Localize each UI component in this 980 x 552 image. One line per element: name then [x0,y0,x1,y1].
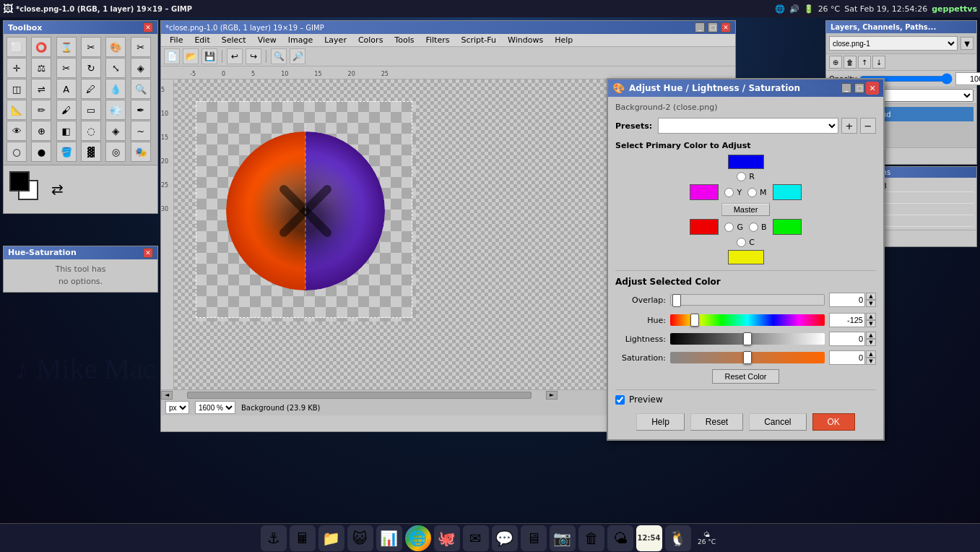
overlap-input[interactable]: 0 [829,293,865,307]
menu-help[interactable]: Help [549,34,578,46]
tool-paintbrush[interactable]: 🖌 [56,100,77,120]
lightness-thumb[interactable] [743,332,752,345]
presets-select[interactable] [658,118,838,134]
toolbar-new[interactable]: 📄 [164,48,180,64]
layers-tool-3[interactable]: ↑ [858,56,871,69]
dock-trash[interactable]: 🗑 [578,525,604,551]
radio-r-label[interactable]: R [737,172,755,181]
presets-del-btn[interactable]: − [860,118,876,134]
hue-input[interactable]: -125 [829,313,865,327]
menu-filters[interactable]: Filters [420,34,455,46]
toolbar-undo[interactable]: ↩ [227,48,243,64]
tool-sharpen[interactable]: ◈ [105,121,126,141]
radio-b[interactable] [749,223,758,232]
menu-image[interactable]: Image [282,34,318,46]
radio-r[interactable] [737,172,746,181]
cancel-btn[interactable]: Cancel [749,413,806,431]
tool-convolve[interactable]: ◎ [105,142,126,162]
reset-color-btn[interactable]: Reset Color [712,369,779,384]
saturation-spin-up[interactable]: ▲ [866,350,876,358]
dialog-minimize-btn[interactable]: _ [841,83,851,93]
dock-linux[interactable]: 🐧 [665,525,691,551]
tool-fuzzy-select[interactable]: ✂ [81,37,101,57]
tool-bucket-fill[interactable]: 🪣 [56,142,77,162]
tool-color-picker[interactable]: 💧 [105,79,126,99]
h-scrollbar-thumb[interactable] [187,392,532,399]
tool-scale[interactable]: ⤡ [105,58,126,78]
tool-align[interactable]: ⚖ [31,58,51,78]
dock-weather[interactable]: 🌤 [607,525,633,551]
tool-rotate[interactable]: ↻ [81,58,101,78]
overlap-spin-up[interactable]: ▲ [866,293,876,300]
preview-checkbox[interactable] [615,395,625,405]
tool-airbrush[interactable]: 💨 [105,100,126,120]
toolbar-save[interactable]: 💾 [201,48,217,64]
dock-octopus[interactable]: 🐙 [434,525,460,551]
tool-paths[interactable]: 🖊 [81,79,101,99]
gimp-close-btn[interactable]: ✕ [721,22,731,33]
presets-add-btn[interactable]: + [841,118,857,134]
dialog-close-btn[interactable]: ✕ [866,82,879,95]
tool-rect-select[interactable]: ⬜ [6,37,27,57]
unit-select[interactable]: px [165,401,189,414]
lightness-spin-down[interactable]: ▼ [866,339,876,346]
toolbar-zoom-in[interactable]: 🔍 [271,48,287,64]
menu-select[interactable]: Select [216,34,252,46]
radio-m-label[interactable]: M [747,188,767,197]
dialog-maximize-btn[interactable]: □ [854,83,864,93]
dock-anchor[interactable]: ⚓ [261,525,287,551]
menu-scriptfu[interactable]: Script-Fu [455,34,502,46]
tool-smudge[interactable]: ~ [131,121,151,141]
tool-measure[interactable]: 📐 [6,100,27,120]
tool-dodge[interactable]: ○ [6,142,27,162]
dock-cat[interactable]: 😺 [347,525,373,551]
tool-perspective-clone[interactable]: ◧ [56,121,77,141]
foreground-color-swatch[interactable] [9,171,30,191]
hue-sat-subpanel-close[interactable]: ✕ [143,248,153,258]
tool-select-by-color[interactable]: 🎨 [105,37,126,57]
radio-y[interactable] [724,188,734,197]
menu-view[interactable]: View [252,34,282,46]
overlap-spin-down[interactable]: ▼ [866,300,876,307]
help-btn[interactable]: Help [636,413,685,431]
tool-blend[interactable]: ▓ [81,142,101,162]
scroll-left-btn[interactable]: ◄ [161,391,173,400]
layers-tool-4[interactable]: ↓ [872,56,885,69]
layers-options-btn[interactable]: ▼ [961,37,974,50]
saturation-thumb[interactable] [743,351,752,364]
menu-colors[interactable]: Colors [352,34,389,46]
tool-move[interactable]: ✛ [6,58,27,78]
hue-thumb[interactable] [690,314,699,327]
dock-files[interactable]: 📁 [318,525,344,551]
dock-camera[interactable]: 📷 [550,525,576,551]
tool-shear[interactable]: ◈ [131,58,151,78]
radio-y-label[interactable]: Y [724,188,742,197]
tool-crop[interactable]: ✂ [56,58,77,78]
dock-skype[interactable]: 💬 [492,525,518,551]
ok-btn[interactable]: OK [812,413,855,431]
hue-spin-up[interactable]: ▲ [866,313,876,320]
dock-mail[interactable]: ✉ [463,525,489,551]
toolbar-open[interactable]: 📂 [183,48,199,64]
menu-file[interactable]: File [164,34,188,46]
tool-ellipse-select[interactable]: ⭕ [31,37,51,57]
tool-ink[interactable]: ✒ [131,100,151,120]
tool-scissors[interactable]: ✂ [131,37,151,57]
master-btn[interactable]: Master [721,203,771,216]
layers-file-select[interactable]: close.png-1 [829,36,958,51]
tool-flip[interactable]: ⇌ [31,79,51,99]
opacity-input[interactable]: 100.0 [955,72,980,85]
tool-perspective[interactable]: ◫ [6,79,27,99]
saturation-slider[interactable] [670,352,825,363]
toolbar-zoom-out[interactable]: 🔎 [290,48,305,64]
saturation-input[interactable]: 0 [829,350,865,365]
overlap-slider[interactable] [670,294,825,306]
radio-g-label[interactable]: G [724,223,743,232]
radio-c[interactable] [737,238,746,247]
lightness-input[interactable]: 0 [829,332,865,346]
tool-blur[interactable]: ◌ [81,121,101,141]
tool-colorize[interactable]: 🎭 [131,142,151,162]
menu-edit[interactable]: Edit [188,34,215,46]
layers-tool-1[interactable]: ⊕ [829,56,842,69]
hue-spin-down[interactable]: ▼ [866,320,876,327]
